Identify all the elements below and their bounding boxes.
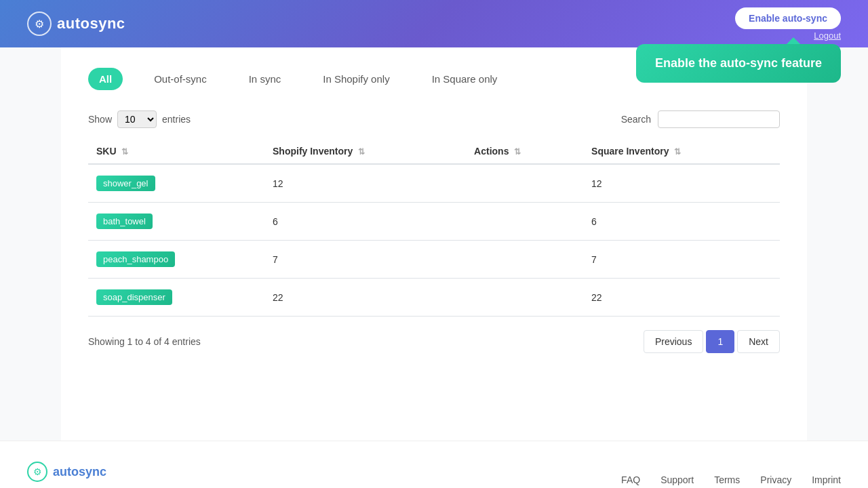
footer-links: FAQ Support Terms Privacy Imprint xyxy=(621,474,841,485)
header: ⚙ autosync Enable auto-sync Logout Enabl… xyxy=(0,0,868,47)
cell-shopify-inventory: 22 xyxy=(264,279,466,317)
cell-actions xyxy=(466,203,583,241)
col-sku: SKU ⇅ xyxy=(88,139,264,164)
table-controls: Show 10 25 50 100 entries Search xyxy=(88,110,780,128)
cell-square-inventory: 6 xyxy=(583,203,780,241)
tooltip-container: Enable the auto-sync feature xyxy=(636,44,841,83)
col-actions: Actions ⇅ xyxy=(466,139,583,164)
cell-shopify-inventory: 12 xyxy=(264,164,466,203)
tooltip-bubble: Enable the auto-sync feature xyxy=(636,44,841,83)
tab-in-shopify-only[interactable]: In Shopify only xyxy=(312,68,400,90)
footer-link-support[interactable]: Support xyxy=(660,474,694,485)
table-row: soap_dispenser 22 22 xyxy=(88,279,780,317)
logo: ⚙ autosync xyxy=(27,12,125,36)
next-button[interactable]: Next xyxy=(737,330,780,353)
table-row: bath_towel 6 6 xyxy=(88,203,780,241)
logout-link[interactable]: Logout xyxy=(814,30,841,41)
header-right: Enable auto-sync Logout xyxy=(735,7,841,41)
footer: ⚙ autosync Copyright AutoSync 2019 © FAQ… xyxy=(0,441,868,488)
footer-logo: ⚙ autosync Copyright AutoSync 2019 © xyxy=(27,462,127,488)
col-shopify: Shopify Inventory ⇅ xyxy=(264,139,466,164)
showing-text: Showing 1 to 4 of 4 entries xyxy=(88,336,201,347)
footer-link-terms[interactable]: Terms xyxy=(714,474,740,485)
cell-sku: soap_dispenser xyxy=(88,279,264,317)
cell-shopify-inventory: 6 xyxy=(264,203,466,241)
sku-badge: shower_gel xyxy=(96,176,155,191)
table-body: shower_gel 12 12 bath_towel 6 6 peach_sh… xyxy=(88,164,780,317)
tab-out-of-sync[interactable]: Out-of-sync xyxy=(143,68,218,90)
footer-link-privacy[interactable]: Privacy xyxy=(760,474,791,485)
shopify-sort-icon[interactable]: ⇅ xyxy=(358,147,365,157)
logo-text: autosync xyxy=(57,15,125,33)
cell-actions xyxy=(466,164,583,203)
cell-sku: peach_shampoo xyxy=(88,241,264,279)
sku-sort-icon[interactable]: ⇅ xyxy=(121,147,128,157)
square-sort-icon[interactable]: ⇅ xyxy=(674,147,681,157)
table-row: shower_gel 12 12 xyxy=(88,164,780,203)
show-label: Show xyxy=(88,114,112,125)
previous-button[interactable]: Previous xyxy=(644,330,703,353)
inventory-table: SKU ⇅ Shopify Inventory ⇅ Actions ⇅ Squa… xyxy=(88,139,780,317)
cell-shopify-inventory: 7 xyxy=(264,241,466,279)
entries-select[interactable]: 10 25 50 100 xyxy=(117,110,157,128)
actions-sort-icon[interactable]: ⇅ xyxy=(514,147,521,157)
cell-sku: shower_gel xyxy=(88,164,264,203)
footer-logo-icon: ⚙ xyxy=(27,462,47,482)
cell-actions xyxy=(466,279,583,317)
show-entries: Show 10 25 50 100 entries xyxy=(88,110,191,128)
pagination: Previous 1 Next xyxy=(644,330,780,353)
tab-all[interactable]: All xyxy=(88,68,123,90)
cell-sku: bath_towel xyxy=(88,203,264,241)
enable-autosync-button[interactable]: Enable auto-sync xyxy=(735,7,841,29)
tab-in-square-only[interactable]: In Square only xyxy=(421,68,509,90)
cell-actions xyxy=(466,241,583,279)
pagination-row: Showing 1 to 4 of 4 entries Previous 1 N… xyxy=(88,330,780,353)
search-input[interactable] xyxy=(658,110,780,128)
tab-in-sync[interactable]: In sync xyxy=(238,68,292,90)
search-box: Search xyxy=(621,110,780,128)
footer-link-imprint[interactable]: Imprint xyxy=(812,474,841,485)
logo-icon: ⚙ xyxy=(27,12,52,36)
cell-square-inventory: 22 xyxy=(583,279,780,317)
sku-badge: peach_shampoo xyxy=(96,251,175,267)
table-row: peach_shampoo 7 7 xyxy=(88,241,780,279)
sku-badge: bath_towel xyxy=(96,214,153,229)
search-label: Search xyxy=(621,114,651,125)
footer-logo-row: ⚙ autosync xyxy=(27,462,127,482)
footer-logo-text: autosync xyxy=(53,465,106,479)
col-square: Square Inventory ⇅ xyxy=(583,139,780,164)
entries-label: entries xyxy=(162,114,191,125)
footer-link-faq[interactable]: FAQ xyxy=(621,474,640,485)
main-content: All Out-of-sync In sync In Shopify only … xyxy=(61,47,807,441)
table-header-row: SKU ⇅ Shopify Inventory ⇅ Actions ⇅ Squa… xyxy=(88,139,780,164)
cell-square-inventory: 7 xyxy=(583,241,780,279)
sku-badge: soap_dispenser xyxy=(96,289,172,305)
page-1-button[interactable]: 1 xyxy=(706,330,734,353)
cell-square-inventory: 12 xyxy=(583,164,780,203)
